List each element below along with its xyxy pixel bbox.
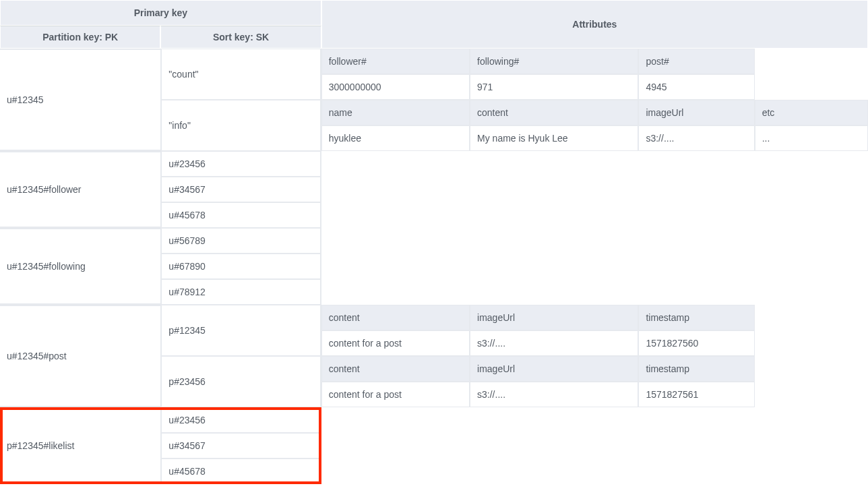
sk-cell: p#12345 [160, 305, 321, 356]
pk-cell: u#12345#follower [0, 151, 160, 228]
attr-header: content [470, 100, 638, 125]
attr-value: s3://.... [638, 125, 754, 151]
sk-cell: u#34567 [160, 177, 321, 202]
attr-header: content [321, 305, 470, 330]
attr-header: timestamp [638, 356, 754, 382]
header-sort-key: Sort key: SK [160, 26, 321, 49]
attr-header: imageUrl [470, 305, 638, 330]
pk-cell: u#12345#post [0, 305, 160, 407]
attr-value: 1571827561 [638, 382, 754, 407]
pk-cell: u#12345#following [0, 228, 160, 305]
attr-value: ... [755, 125, 868, 151]
attr-value: content for a post [321, 382, 470, 407]
attr-value: s3://.... [470, 330, 638, 356]
pk-cell: p#12345#likelist [0, 407, 160, 484]
sk-cell: u#78912 [160, 279, 321, 305]
table-wrapper: Primary key Attributes Partition key: PK… [0, 0, 868, 484]
pk-cell: u#12345 [0, 49, 160, 151]
attr-value: 971 [470, 74, 638, 100]
attr-header: imageUrl [470, 356, 638, 382]
sk-cell: "count" [160, 49, 321, 100]
sk-cell: u#45678 [160, 458, 321, 484]
sk-cell: u#56789 [160, 228, 321, 254]
attr-header: post# [638, 49, 754, 74]
sk-cell: u#23456 [160, 407, 321, 433]
sk-cell: u#45678 [160, 202, 321, 228]
attr-value: s3://.... [470, 382, 638, 407]
table-row: u#12345#follower u#23456 [0, 151, 868, 177]
header-partition-key: Partition key: PK [0, 26, 160, 49]
header-row-1: Primary key Attributes [0, 0, 868, 26]
attr-header: name [321, 100, 470, 125]
sk-cell: p#23456 [160, 356, 321, 407]
sk-cell: u#67890 [160, 254, 321, 279]
attr-header: imageUrl [638, 100, 754, 125]
table-row: u#12345#post p#12345 content imageUrl ti… [0, 305, 868, 330]
attr-value: content for a post [321, 330, 470, 356]
attr-value: 3000000000 [321, 74, 470, 100]
attr-header: content [321, 356, 470, 382]
header-primary-key: Primary key [0, 0, 321, 26]
attr-value: My name is Hyuk Lee [470, 125, 638, 151]
header-attributes: Attributes [321, 0, 868, 49]
attr-value: hyuklee [321, 125, 470, 151]
dynamodb-schema-table: Primary key Attributes Partition key: PK… [0, 0, 868, 484]
sk-cell: u#23456 [160, 151, 321, 177]
sk-cell: "info" [160, 100, 321, 151]
attr-value: 4945 [638, 74, 754, 100]
attr-value: 1571827560 [638, 330, 754, 356]
sk-cell: u#34567 [160, 433, 321, 458]
attr-header: follower# [321, 49, 470, 74]
table-row: u#12345 "count" follower# following# pos… [0, 49, 868, 74]
attr-header: following# [470, 49, 638, 74]
attr-header: timestamp [638, 305, 754, 330]
table-row: p#12345#likelist u#23456 [0, 407, 868, 433]
table-row: u#12345#following u#56789 [0, 228, 868, 254]
attr-header: etc [755, 100, 868, 125]
